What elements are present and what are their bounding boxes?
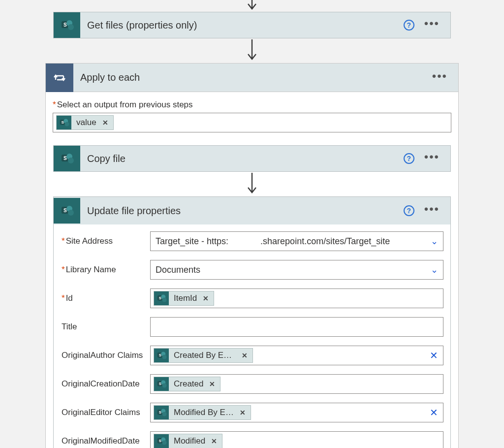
connector-arrow (0, 0, 504, 12)
sharepoint-icon (54, 12, 80, 38)
token-remove-icon[interactable]: ✕ (210, 437, 218, 445)
token-remove-icon[interactable]: ✕ (202, 294, 210, 302)
action-copy-file[interactable]: Copy file ? ••• (53, 145, 451, 172)
id-input[interactable]: ItemId ✕ (150, 288, 443, 308)
connector-arrow (0, 38, 504, 63)
token-itemid[interactable]: ItemId ✕ (154, 291, 214, 306)
title-input[interactable] (150, 317, 443, 337)
clear-icon[interactable]: ✕ (430, 407, 440, 418)
token-value[interactable]: value ✕ (56, 115, 114, 130)
originalauthor-input[interactable]: Created By Em… ✕ ✕ (150, 346, 443, 365)
sharepoint-icon (154, 434, 169, 448)
more-menu-icon[interactable]: ••• (424, 151, 440, 166)
action-title: Get files (properties only) (80, 20, 404, 31)
token-remove-icon[interactable]: ✕ (241, 352, 249, 359)
sharepoint-icon (154, 349, 169, 362)
sharepoint-icon (154, 406, 169, 419)
help-icon[interactable]: ? (404, 205, 414, 216)
token-modified[interactable]: Modified ✕ (154, 434, 222, 448)
field-label-site-address: *Site Address (61, 236, 145, 246)
sharepoint-icon (57, 116, 71, 129)
chevron-down-icon: ⌄ (431, 264, 438, 275)
more-menu-icon[interactable]: ••• (424, 18, 440, 32)
field-label-library-name: *Library Name (61, 265, 145, 275)
connector-arrow (53, 172, 451, 196)
token-remove-icon[interactable]: ✕ (101, 119, 109, 127)
action-apply-to-each: Apply to each ••• *Select an output from… (45, 63, 459, 448)
token-created[interactable]: Created ✕ (154, 377, 220, 391)
help-icon[interactable]: ? (404, 153, 414, 164)
action-header[interactable]: Update file properties ? ••• (54, 197, 450, 224)
sharepoint-icon (154, 291, 169, 305)
originaleditor-input[interactable]: Modified By E… ✕ ✕ (150, 403, 443, 422)
token-modified-by-email[interactable]: Modified By E… ✕ (154, 405, 251, 420)
field-label-originalmodifieddate: OriginalModifiedDate (61, 436, 145, 446)
field-label-originaleditor: OriginalEditor Claims (61, 408, 145, 417)
sharepoint-icon (154, 377, 169, 391)
sharepoint-icon (54, 198, 80, 224)
originalcreationdate-input[interactable]: Created ✕ (150, 374, 443, 394)
clear-icon[interactable]: ✕ (430, 350, 440, 361)
help-icon[interactable]: ? (404, 20, 414, 31)
field-label-title: Title (61, 322, 145, 332)
library-name-select[interactable]: Documents ⌄ (150, 260, 443, 280)
more-menu-icon[interactable]: ••• (432, 70, 447, 85)
action-update-file-properties: Update file properties ? ••• *Site Addre… (53, 196, 451, 448)
site-address-select[interactable]: Target_site - https: .sharepoint.com/sit… (150, 231, 443, 251)
field-label-originalcreationdate: OriginalCreationDate (61, 379, 145, 389)
sharepoint-icon (54, 146, 80, 171)
action-get-files[interactable]: Get files (properties only) ? ••• (53, 12, 451, 38)
action-title: Copy file (80, 153, 404, 164)
token-created-by-email[interactable]: Created By Em… ✕ (154, 348, 253, 363)
field-label-originalauthor: OriginalAuthor Claims (61, 351, 145, 360)
action-title: Update file properties (80, 205, 404, 217)
token-remove-icon[interactable]: ✕ (208, 380, 216, 388)
chevron-down-icon: ⌄ (431, 236, 438, 247)
token-remove-icon[interactable]: ✕ (239, 409, 247, 416)
originalmodifieddate-input[interactable]: Modified ✕ (150, 431, 443, 448)
loop-icon (46, 64, 73, 92)
action-header[interactable]: Apply to each ••• (46, 64, 458, 92)
action-title: Apply to each (73, 72, 432, 83)
field-label-id: *Id (61, 293, 145, 303)
field-label-select-output: *Select an output from previous steps (53, 100, 451, 110)
select-output-input[interactable]: value ✕ (53, 113, 451, 132)
more-menu-icon[interactable]: ••• (424, 203, 440, 218)
